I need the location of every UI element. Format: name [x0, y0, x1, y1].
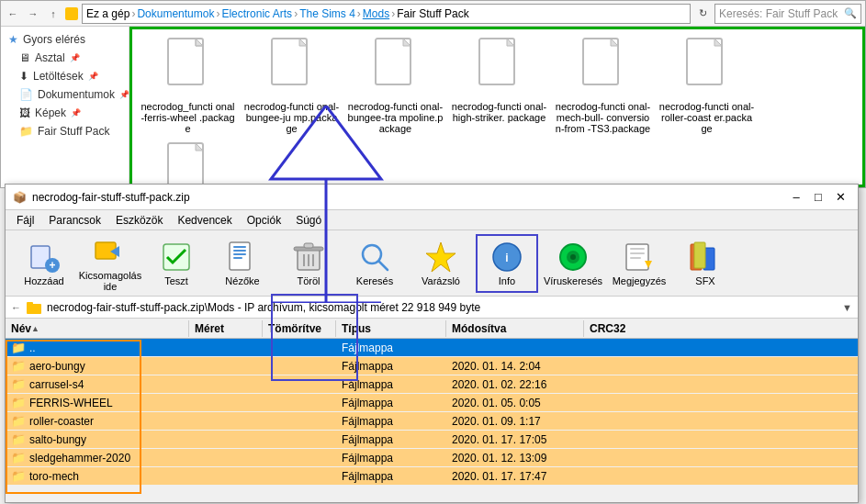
cell-type-salto: Fájlmappa — [336, 431, 446, 448]
maximize-button[interactable]: □ — [808, 187, 828, 207]
folder-ico-ferris: 📁 — [11, 396, 26, 409]
folder-ico-sledge: 📁 — [11, 451, 26, 465]
breadcrumb-part1: Ez a gép — [86, 7, 129, 20]
folder-ico-carrusel: 📁 — [11, 377, 26, 391]
col-header-tipus[interactable]: Típus — [336, 320, 446, 337]
menu-eszkozok[interactable]: Eszközök — [108, 212, 170, 229]
svg-rect-43 — [630, 252, 645, 254]
top-address-bar: ← → ↑ Ez a gép › Dokumentumok › Electron… — [1, 1, 865, 27]
zip-folder-icon — [27, 300, 41, 315]
file-item-7[interactable]: necrodog-Karow -Carousel-functi onal.pac… — [140, 141, 236, 187]
toolbar-info[interactable]: i Info — [476, 234, 538, 293]
top-explorer-window: ← → ↑ Ez a gép › Dokumentumok › Electron… — [0, 0, 866, 188]
file-label-1: necrodog_functi onal-ferris-wheel .packa… — [140, 101, 236, 134]
pin-icon2: 📌 — [88, 72, 98, 81]
sidebar-item-desktop[interactable]: 🖥 Asztal 📌 — [1, 49, 129, 67]
toolbar-kereses[interactable]: Keresés — [343, 234, 406, 293]
sidebar-label-documents: Dokumentumok — [38, 88, 115, 101]
cell-crc-toro — [584, 475, 858, 478]
cell-mod-carrusel: 2020. 01. 02. 22:16 — [446, 376, 584, 393]
sidebar-item-downloads[interactable]: ⬇ Letöltések 📌 — [1, 67, 129, 85]
forward-button[interactable]: → — [25, 6, 41, 22]
toolbar-kicsomagolas[interactable]: Kicsomagolás ide — [79, 234, 141, 293]
col-header-tomoritve[interactable]: Tömörítve — [263, 320, 336, 337]
menu-opciok[interactable]: Opciók — [240, 212, 288, 229]
cell-mod-ferris: 2020. 01. 05. 0:05 — [446, 395, 584, 411]
cell-comp-carrusel — [263, 383, 336, 386]
list-row-salto[interactable]: 📁 salto-bungy Fájlmappa 2020. 01. 17. 17… — [6, 431, 858, 449]
cell-crc-salto — [584, 438, 858, 442]
pin-icon4: 📌 — [71, 108, 81, 118]
toolbar-megjegyzes[interactable]: Megjegyzés — [608, 234, 670, 293]
up-button[interactable]: ↑ — [45, 6, 62, 22]
svg-marker-35 — [426, 242, 455, 272]
menu-kedvencek[interactable]: Kedvencek — [170, 212, 239, 229]
file-item-3[interactable]: necrodog-functi onal-bungee-tra mpoline.… — [347, 37, 444, 134]
breadcrumb-part2: Dokumentumok — [137, 7, 214, 20]
expand-icon[interactable]: ▼ — [842, 302, 852, 313]
list-row-parent[interactable]: 📁 .. Fájlmappa — [6, 339, 858, 357]
col-header-meret[interactable]: Méret — [189, 320, 263, 337]
menu-parancsok[interactable]: Parancsok — [41, 212, 108, 229]
folder-ico-salto: 📁 — [11, 432, 26, 446]
breadcrumb-part5: Mods — [363, 7, 389, 20]
back-button[interactable]: ← — [5, 6, 21, 22]
search-placeholder: Keresés: Fair Stuff Pack — [719, 7, 838, 20]
refresh-button[interactable]: ↻ — [694, 6, 711, 22]
file-item-2[interactable]: necrodog-functi onal-bungee-ju mp.packag… — [243, 37, 340, 134]
toolbar: + Hozzáad Kicsomagolás ide T — [6, 230, 858, 297]
toolbar-viruskereses[interactable]: Víruskeresés — [542, 234, 604, 293]
cell-crc-aero — [584, 364, 858, 368]
cell-name-sledge: 📁 sledgehammer-2020 — [6, 449, 189, 466]
hozzaad-icon: + — [28, 241, 61, 274]
zip-window: 📦 necrodog-fair-stuff-stuff-pack.zip – □… — [5, 184, 859, 503]
toolbar-teszt[interactable]: Teszt — [145, 234, 208, 293]
sidebar-item-fair-stuff[interactable]: 📁 Fair Stuff Pack — [1, 122, 129, 140]
list-row-toro[interactable]: 📁 toro-mech Fájlmappa 2020. 01. 17. 17:4… — [6, 467, 858, 486]
folder-ico-parent: 📁 — [11, 341, 26, 354]
zip-icon: 📦 — [13, 191, 27, 204]
star-icon: ★ — [8, 33, 18, 46]
file-item-4[interactable]: necrodog-functi onal-high-striker. packa… — [451, 37, 547, 134]
kereses-icon — [358, 241, 391, 274]
menu-fajl[interactable]: Fájl — [9, 212, 41, 229]
list-row-sledge[interactable]: 📁 sledgehammer-2020 Fájlmappa 2020. 01. … — [6, 449, 858, 467]
current-folder-label: Fair Stuff Pack — [397, 7, 468, 20]
file-item-5[interactable]: necrodog-functi onal-mech-bull- conversi… — [555, 37, 651, 134]
toolbar-varazslo[interactable]: Varázsló — [410, 234, 472, 293]
cell-mod-salto: 2020. 01. 17. 17:05 — [446, 431, 584, 448]
sidebar-item-pictures[interactable]: 🖼 Képek 📌 — [1, 104, 129, 122]
cell-name-toro: 📁 toro-mech — [6, 467, 189, 485]
cell-name-salto: 📁 salto-bungy — [6, 431, 189, 448]
breadcrumb-part4: The Sims 4 — [299, 7, 355, 20]
search-box[interactable]: Keresés: Fair Stuff Pack 🔍 — [714, 4, 861, 24]
menu-sugo[interactable]: Súgó — [288, 212, 329, 229]
toolbar-sfx[interactable]: SFX — [674, 234, 737, 293]
folder-icon — [65, 7, 78, 20]
list-row-aero-bungy[interactable]: 📁 aero-bungy Fájlmappa 2020. 01. 14. 2:0… — [6, 357, 858, 375]
svg-rect-25 — [233, 253, 246, 255]
list-row-roller[interactable]: 📁 roller-coaster Fájlmappa 2020. 01. 09.… — [6, 412, 858, 431]
addr-nav-back[interactable]: ← — [11, 302, 21, 313]
window-titlebar: 📦 necrodog-fair-stuff-stuff-pack.zip – □… — [6, 185, 858, 210]
file-item-1[interactable]: necrodog_functi onal-ferris-wheel .packa… — [140, 37, 236, 134]
torol-label: Töröl — [297, 275, 320, 286]
sidebar-item-quick-access[interactable]: ★ Gyors elérés — [1, 30, 129, 49]
toolbar-torol[interactable]: Töröl — [277, 234, 340, 293]
toolbar-hozzaad[interactable]: + Hozzáad — [13, 234, 75, 293]
close-button[interactable]: ✕ — [830, 187, 850, 207]
list-row-ferris[interactable]: 📁 FERRIS-WHEEL Fájlmappa 2020. 01. 05. 0… — [6, 394, 858, 412]
breadcrumb-part3: Electronic Arts — [221, 7, 292, 20]
minimize-button[interactable]: – — [786, 187, 806, 207]
list-row-carrusel[interactable]: 📁 carrusel-s4 Fájlmappa 2020. 01. 02. 22… — [6, 375, 858, 394]
col-header-name[interactable]: Név ▲ — [6, 320, 189, 337]
col-header-modositva[interactable]: Módosítva — [446, 320, 584, 337]
file-label-5: necrodog-functi onal-mech-bull- conversi… — [555, 101, 651, 134]
cell-size-parent — [189, 346, 263, 350]
toolbar-nezoke[interactable]: Nézőke — [211, 234, 274, 293]
folder-ico-roller: 📁 — [11, 414, 26, 428]
col-header-crc[interactable]: CRC32 — [584, 320, 858, 337]
file-item-6[interactable]: necrodog-functi onal-roller-coast er.pac… — [658, 37, 755, 134]
breadcrumb[interactable]: Ez a gép › Dokumentumok › Electronic Art… — [82, 4, 691, 24]
sidebar-item-documents[interactable]: 📄 Dokumentumok 📌 — [1, 85, 129, 104]
